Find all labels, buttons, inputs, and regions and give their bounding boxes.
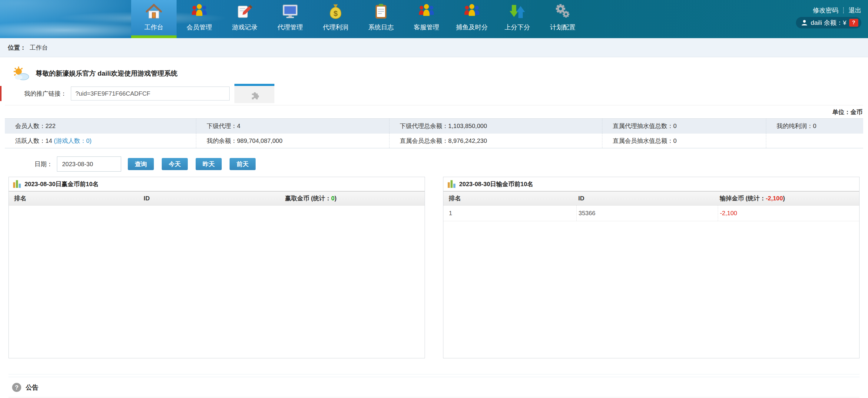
tab-plan-config[interactable]: 计划配置 xyxy=(540,0,585,38)
ranking-panels: 2023-08-30日赢金币前10名 排名 ID 赢取金币 (统计：0) 202… xyxy=(5,177,863,358)
agent-profit-icon: $ xyxy=(327,3,344,20)
main-content: 尊敬的新濠娱乐官方 daili欢迎使用游戏管理系统 我的推广链接： 单位：金币 … xyxy=(0,57,868,398)
game-records-icon xyxy=(236,3,253,20)
tab-label: 上分下分 xyxy=(504,23,530,31)
stat-direct-member-balance: 直属会员总余额：8,976,242,230 xyxy=(390,133,602,148)
lose-stat-suffix: ) xyxy=(783,195,785,202)
win-col-amount: 赢取金币 (统计：0) xyxy=(283,194,425,202)
tab-agent-profit[interactable]: $ 代理利润 xyxy=(313,0,358,38)
section-divider xyxy=(5,105,863,105)
stat-member-rake-total: 直属会员抽水值总额：0 xyxy=(602,133,766,148)
account-links: 修改密码 退出 xyxy=(813,6,861,14)
stat-agent-rake-total: 直属代理抽水值总数：0 xyxy=(602,119,766,133)
lose-col-amount: 输掉金币 (统计：-2,100) xyxy=(718,194,859,202)
win-panel-title: 2023-08-30日赢金币前10名 xyxy=(25,180,99,188)
lose-panel-header: 排名 ID 输掉金币 (统计：-2,100) xyxy=(443,192,859,205)
user-balance-label: daili 余额：¥ xyxy=(811,19,846,27)
row-rank: 1 xyxy=(443,205,576,221)
lose-col-rank: 排名 xyxy=(443,194,576,202)
question-icon: ? xyxy=(12,383,21,392)
announcement-row: ? 公告 xyxy=(5,377,863,397)
breadcrumb-prefix: 位置： xyxy=(8,43,26,52)
tab-transfer-points[interactable]: 上分下分 xyxy=(495,0,540,38)
win-panel-title-row: 2023-08-30日赢金币前10名 xyxy=(9,177,425,192)
table-row: 1 35366 -2,100 xyxy=(443,205,859,221)
tab-label: 捕鱼及时分 xyxy=(456,23,488,31)
bar-chart-icon xyxy=(12,179,22,189)
members-icon xyxy=(190,3,208,20)
day-before-button[interactable]: 前天 xyxy=(229,158,256,170)
tab-members[interactable]: 会员管理 xyxy=(177,0,222,38)
user-balance-pill: daili 余额：¥ ? xyxy=(796,17,861,28)
stats-row-1: 会员人数：222 下级代理：4 下级代理总余额：1,103,850,000 直属… xyxy=(5,119,863,133)
active-count-text: 活跃人数：14 xyxy=(15,137,54,144)
left-red-stripe xyxy=(0,86,1,101)
bottom-divider-3 xyxy=(8,397,860,397)
promo-link-row: 我的推广链接： xyxy=(5,84,863,103)
stats-row-2: 活跃人数：14 (游戏人数：0) 我的余额：989,704,087,000 直属… xyxy=(5,133,863,148)
lose-panel-title-row: 2023-08-30日输金币前10名 xyxy=(443,177,859,192)
lose-col-id: ID xyxy=(576,195,718,202)
promo-link-label: 我的推广链接： xyxy=(24,90,67,98)
sun-cloud-icon xyxy=(12,66,31,81)
row-amount: -2,100 xyxy=(718,205,859,221)
date-label: 日期： xyxy=(34,160,53,168)
tab-label: 计划配置 xyxy=(550,23,576,31)
home-icon xyxy=(145,3,163,20)
stat-member-count: 会员人数：222 xyxy=(5,119,196,133)
tab-label: 代理利润 xyxy=(323,23,348,31)
agent-management-icon xyxy=(281,3,299,20)
lose-stat-value: -2,100 xyxy=(766,195,783,202)
balance-refresh-badge[interactable]: ? xyxy=(849,19,858,27)
change-password-link[interactable]: 修改密码 xyxy=(813,6,838,14)
announcement-label: 公告 xyxy=(26,383,38,392)
tab-system-log[interactable]: 系统日志 xyxy=(358,0,404,38)
tab-label: 工作台 xyxy=(145,23,163,31)
search-button[interactable]: 查询 xyxy=(128,158,154,170)
tab-label: 系统日志 xyxy=(368,23,394,31)
win-panel-header: 排名 ID 赢取金币 (统计：0) xyxy=(9,192,425,205)
tab-label: 游戏记录 xyxy=(232,23,257,31)
win-col-rank: 排名 xyxy=(9,194,142,202)
transfer-points-icon xyxy=(508,3,526,20)
tab-label: 代理管理 xyxy=(277,23,303,31)
win-col-id: ID xyxy=(142,195,283,202)
stats-table: 会员人数：222 下级代理：4 下级代理总余额：1,103,850,000 直属… xyxy=(5,118,863,148)
win-stat-suffix: ) xyxy=(335,195,337,202)
svg-text:$: $ xyxy=(334,9,338,18)
tab-customer-service[interactable]: 客服管理 xyxy=(404,0,449,38)
date-input[interactable] xyxy=(57,157,121,172)
tab-game-records[interactable]: 游戏记录 xyxy=(222,0,268,38)
promo-plugin-button[interactable] xyxy=(235,84,274,103)
puzzle-icon xyxy=(248,88,261,101)
fishing-points-icon xyxy=(463,3,480,20)
win-ranking-panel: 2023-08-30日赢金币前10名 排名 ID 赢取金币 (统计：0) xyxy=(8,177,425,358)
win-stat-prefix: 赢取金币 (统计： xyxy=(285,195,331,202)
date-filter-row: 日期： 查询 今天 昨天 前天 xyxy=(5,156,863,172)
promo-link-input[interactable] xyxy=(71,87,229,100)
gaming-count-link[interactable]: (游戏人数：0) xyxy=(54,137,91,144)
tab-label: 客服管理 xyxy=(414,23,439,31)
links-divider xyxy=(843,7,844,13)
logout-link[interactable]: 退出 xyxy=(848,6,861,14)
yesterday-button[interactable]: 昨天 xyxy=(196,158,222,170)
bar-chart-icon xyxy=(447,179,456,189)
top-navbar: 工作台 会员管理 游戏记录 代理管理 $ 代理利润 系统日志 客服管理 捕鱼及时 xyxy=(0,0,868,38)
system-log-icon xyxy=(372,3,390,20)
stat-empty-cell xyxy=(766,133,863,148)
today-button[interactable]: 今天 xyxy=(162,158,188,170)
stat-sub-agent-balance: 下级代理总余额：1,103,850,000 xyxy=(390,119,602,133)
user-icon xyxy=(801,19,808,26)
lose-ranking-panel: 2023-08-30日输金币前10名 排名 ID 输掉金币 (统计：-2,100… xyxy=(443,177,860,358)
tab-fishing-points[interactable]: 捕鱼及时分 xyxy=(449,0,495,38)
win-panel-body xyxy=(9,205,425,358)
tab-label: 会员管理 xyxy=(187,23,212,31)
stat-my-profit: 我的纯利润：0 xyxy=(766,119,863,133)
customer-service-icon xyxy=(417,3,435,20)
lose-panel-title: 2023-08-30日输金币前10名 xyxy=(459,180,533,188)
plan-config-icon xyxy=(554,3,571,20)
welcome-message: 尊敬的新濠娱乐官方 daili欢迎使用游戏管理系统 xyxy=(36,69,178,78)
tab-workbench[interactable]: 工作台 xyxy=(131,0,177,38)
nav-tabs: 工作台 会员管理 游戏记录 代理管理 $ 代理利润 系统日志 客服管理 捕鱼及时 xyxy=(131,0,585,38)
tab-agent-management[interactable]: 代理管理 xyxy=(268,0,313,38)
